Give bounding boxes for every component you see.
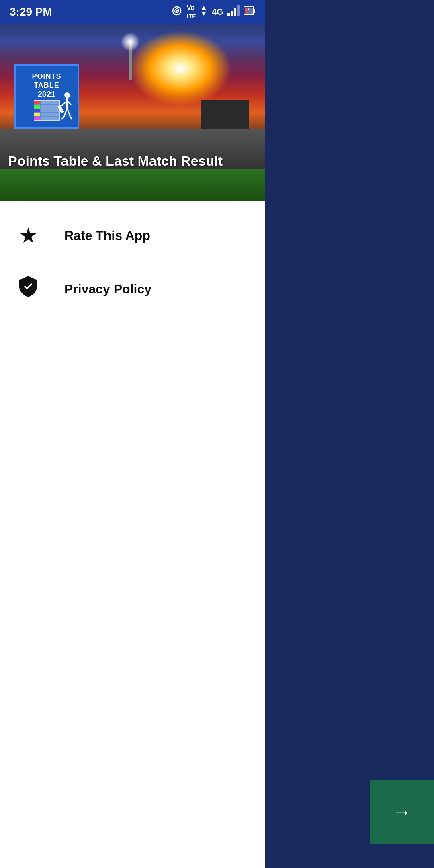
- svg-rect-7: [234, 8, 236, 16]
- privacy-policy-label: Privacy Policy: [64, 282, 151, 297]
- svg-rect-12: [245, 8, 247, 14]
- table-cell: [41, 109, 47, 113]
- rate-app-icon-container: ★: [16, 223, 40, 248]
- hero-area: POINTS TABLE 2021: [0, 24, 265, 201]
- privacy-policy-item[interactable]: Privacy Policy: [0, 262, 265, 315]
- table-cell: [34, 117, 40, 120]
- status-time: 3:29 PM: [10, 6, 52, 18]
- arrow-right-icon: →: [392, 800, 412, 823]
- menu-area: ★ Rate This App Privacy Policy: [0, 201, 265, 323]
- table-cell: [34, 101, 40, 104]
- table-cell: [47, 113, 53, 116]
- next-arrow-button[interactable]: →: [370, 780, 434, 844]
- status-bar: 3:29 PM VoLTE 4G: [0, 0, 265, 24]
- hero-text-area: Points Table & Last Match Result: [0, 153, 265, 169]
- privacy-policy-icon-container: [16, 277, 40, 301]
- signal-icon: [227, 5, 240, 19]
- svg-rect-6: [231, 11, 233, 16]
- wifi-calling-icon: [171, 5, 182, 19]
- svg-line-23: [61, 117, 64, 119]
- app-icon: POINTS TABLE 2021: [14, 64, 79, 129]
- svg-line-21: [64, 108, 67, 117]
- field-area: [0, 169, 265, 201]
- battery-icon: [244, 5, 256, 19]
- hero-title: Points Table & Last Match Result: [8, 153, 223, 168]
- right-panel: [265, 0, 434, 868]
- svg-rect-5: [227, 13, 230, 16]
- table-cell: [47, 109, 53, 113]
- svg-rect-8: [237, 5, 240, 16]
- table-cell: [34, 109, 40, 113]
- table-cell: [41, 117, 47, 120]
- table-cell: [41, 113, 47, 116]
- 4g-icon: 4G: [212, 7, 223, 17]
- volte-icon: VoLTE: [186, 4, 195, 20]
- table-cell: [47, 101, 53, 104]
- svg-marker-4: [201, 12, 206, 16]
- table-cell: [34, 105, 40, 108]
- svg-rect-10: [254, 9, 255, 13]
- table-cell: [41, 105, 47, 108]
- shield-check-icon: [18, 275, 39, 303]
- network-arrows-icon: [200, 5, 208, 19]
- mini-points-table: [34, 100, 60, 121]
- main-panel: POINTS TABLE 2021: [0, 24, 265, 868]
- svg-point-2: [176, 10, 178, 12]
- svg-rect-19: [57, 105, 64, 113]
- rate-app-item[interactable]: ★ Rate This App: [0, 209, 265, 262]
- rate-app-label: Rate This App: [64, 228, 150, 243]
- cricket-player-icon: [57, 92, 73, 124]
- star-icon: ★: [19, 223, 38, 248]
- svg-line-22: [67, 108, 70, 117]
- stadium-light: [129, 40, 132, 80]
- svg-point-16: [64, 92, 70, 98]
- table-cell: [47, 117, 53, 120]
- table-cell: [47, 105, 53, 108]
- app-icon-title: POINTS TABLE: [19, 72, 74, 90]
- svg-line-24: [70, 117, 72, 119]
- table-cell: [34, 113, 40, 116]
- app-icon-year: 2021: [38, 90, 56, 99]
- svg-marker-3: [201, 6, 206, 10]
- table-cell: [41, 101, 47, 104]
- status-icons: VoLTE 4G: [171, 4, 256, 20]
